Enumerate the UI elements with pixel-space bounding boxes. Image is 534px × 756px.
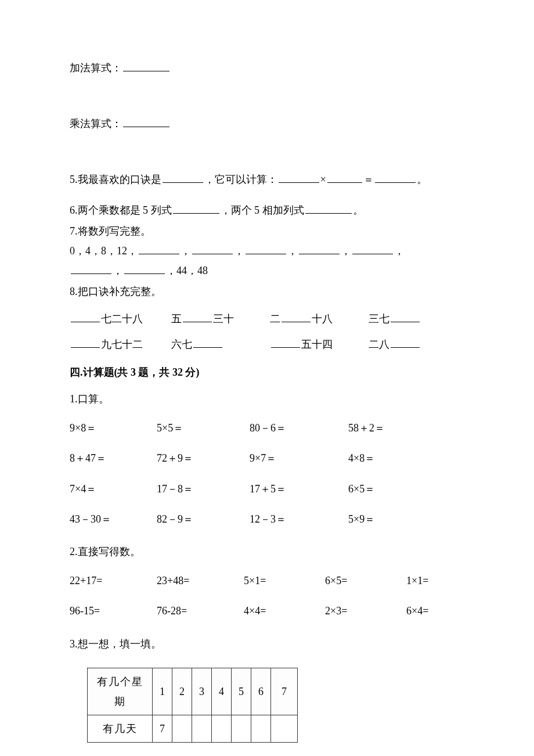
sep: ， (394, 245, 405, 257)
question-8-title: 8.把口诀补充完整。 (70, 282, 464, 301)
calc-cell[interactable]: 5×5＝ (157, 418, 250, 438)
problem-2-title: 2.直接写得数。 (70, 542, 464, 561)
calc-cell[interactable]: 80－6＝ (250, 418, 348, 438)
sep: ， (341, 245, 351, 257)
calc-cell[interactable]: 6×5= (325, 571, 406, 591)
calc-cell[interactable]: 1×1= (406, 571, 464, 591)
q8-r2c1: 九七十二 (70, 334, 171, 354)
calc-cell[interactable]: 5×9＝ (348, 509, 435, 529)
q8-blank[interactable] (271, 336, 300, 348)
q8-r2c3: 五十四 (270, 334, 369, 354)
table-header-cell: 5 (232, 668, 251, 715)
calc-cell[interactable]: 7×4＝ (70, 479, 157, 499)
q8-blank[interactable] (71, 311, 100, 322)
week-table: 有几个星期 1 2 3 4 5 6 7 有几天 7 (87, 668, 298, 743)
txt: 九七十二 (101, 339, 143, 350)
calc-cell[interactable]: 4×8＝ (348, 448, 435, 468)
calc-cell[interactable]: 12－3＝ (250, 509, 348, 529)
table-row-header: 有几个星期 1 2 3 4 5 6 7 (88, 668, 298, 715)
q6-blank-1[interactable] (173, 202, 219, 214)
calc-cell[interactable]: 4×4= (244, 601, 325, 621)
calc-cell[interactable]: 9×7＝ (250, 448, 348, 468)
q6-end: 。 (353, 204, 363, 216)
q7-row2-tail: ，44，48 (166, 265, 208, 276)
table-cell[interactable] (251, 715, 271, 743)
calc-cell[interactable]: 43－30＝ (70, 509, 157, 529)
q5-blank-4[interactable] (375, 172, 416, 183)
q8-row1: 七二十八 五三十 二十八 三七 (70, 309, 464, 329)
table-cell[interactable]: 7 (153, 715, 172, 743)
table-cell[interactable] (192, 715, 212, 743)
q8-blank[interactable] (193, 336, 222, 348)
txt: 五十四 (301, 339, 333, 350)
q5-blank-2[interactable] (279, 172, 319, 183)
txt: 五 (171, 313, 182, 325)
calc-cell[interactable]: 76-28= (157, 601, 244, 621)
table-header-label: 有几个星期 (88, 668, 153, 715)
q7-blank[interactable] (192, 243, 233, 254)
q8-r2c4: 二八 (369, 334, 450, 354)
table-header-cell: 6 (251, 668, 271, 715)
table-cell[interactable] (271, 715, 298, 743)
calc-cell[interactable]: 17－8＝ (157, 479, 250, 499)
table-cell[interactable] (232, 715, 251, 743)
q7-blank[interactable] (71, 262, 111, 274)
problem-1-grid: 9×8＝ 5×5＝ 80－6＝ 58＋2＝ 8＋47＝ 72＋9＝ 9×7＝ 4… (70, 418, 464, 529)
sep: ， (234, 245, 244, 257)
q8-r1c3: 二十八 (270, 309, 369, 329)
q8-r2c2: 六七 (171, 334, 270, 354)
table-header-cell: 4 (212, 668, 232, 715)
calc-cell[interactable]: 96-15= (70, 601, 157, 621)
calc-cell[interactable]: 9×8＝ (70, 418, 157, 438)
q7-blank[interactable] (352, 243, 393, 254)
q7-blank[interactable] (124, 262, 165, 274)
calc-cell[interactable]: 6×4= (406, 601, 464, 621)
q8-blank[interactable] (282, 311, 311, 322)
question-7-row2: ，，44，48 (70, 261, 464, 280)
q5-mid: ，它可以计算： (204, 174, 277, 185)
table-header-cell: 2 (172, 668, 192, 715)
q8-blank[interactable] (391, 311, 420, 322)
q8-blank[interactable] (391, 336, 420, 348)
q8-row2: 九七十二 六七 五十四 二八 (70, 334, 464, 354)
q5-prefix: 5.我最喜欢的口诀是 (70, 174, 161, 185)
calc-cell[interactable]: 8＋47＝ (70, 448, 157, 468)
question-5: 5.我最喜欢的口诀是，它可以计算：×＝。 (70, 170, 464, 189)
sep: ， (181, 245, 191, 257)
calc-cell[interactable]: 72＋9＝ (157, 448, 250, 468)
q8-blank[interactable] (183, 311, 212, 322)
calc-cell[interactable]: 5×1= (244, 571, 325, 591)
problem-3-title: 3.想一想，填一填。 (70, 634, 464, 654)
table-cell[interactable] (212, 715, 232, 743)
sep: ， (287, 245, 298, 257)
q7-blank[interactable] (139, 243, 179, 254)
q8-blank[interactable] (71, 336, 100, 348)
sep: ， (113, 265, 123, 276)
txt: 十八 (312, 313, 333, 325)
q7-blank[interactable] (299, 243, 340, 254)
q6-blank-2[interactable] (305, 202, 352, 214)
q7-blank[interactable] (246, 243, 286, 254)
addition-blank[interactable] (123, 60, 169, 71)
q5-blank-1[interactable] (163, 172, 203, 183)
q7-row1-prefix: 0，4，8，12， (70, 245, 138, 257)
calc-cell[interactable]: 82－9＝ (157, 509, 250, 529)
calc-cell[interactable]: 23+48= (157, 571, 244, 591)
q8-r1c4: 三七 (369, 309, 450, 329)
q6-prefix: 6.两个乘数都是 5 列式 (70, 204, 172, 216)
calc-cell[interactable]: 6×5＝ (348, 479, 435, 499)
question-6: 6.两个乘数都是 5 列式，两个 5 相加列式。 (70, 200, 464, 220)
calc-cell[interactable]: 58＋2＝ (348, 418, 435, 438)
calc-cell[interactable]: 22+17= (70, 571, 157, 591)
q5-blank-3[interactable] (327, 172, 362, 183)
q5-end: 。 (417, 174, 427, 185)
table-header-cell: 7 (271, 668, 298, 715)
calc-cell[interactable]: 2×3= (325, 601, 406, 621)
table-header-cell: 3 (192, 668, 212, 715)
calc-cell[interactable]: 17＋5＝ (250, 479, 348, 499)
spacer (70, 137, 464, 170)
q8-r1c2: 五三十 (171, 309, 270, 329)
multiplication-blank[interactable] (123, 116, 169, 127)
q5-eq: ＝ (363, 174, 374, 185)
table-cell[interactable] (172, 715, 192, 743)
